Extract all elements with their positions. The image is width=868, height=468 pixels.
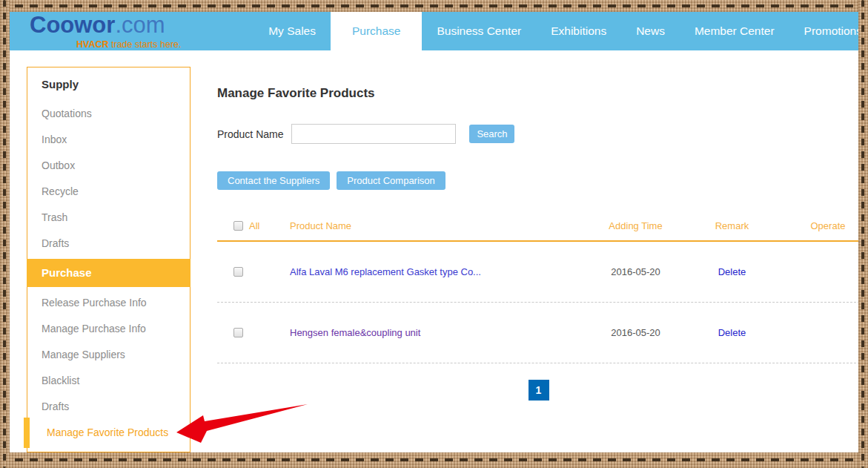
tagline-rest: trade starts here.	[109, 39, 182, 50]
select-all-checkbox[interactable]	[233, 221, 243, 231]
search-button[interactable]: Search	[469, 125, 514, 143]
sidebar-item-recycle[interactable]: Recycle	[27, 179, 190, 205]
nav-tab-news[interactable]: News	[621, 12, 680, 50]
sidebar-item-supply-drafts[interactable]: Drafts	[27, 231, 190, 257]
nav-tab-my-sales[interactable]: My Sales	[254, 12, 331, 50]
sidebar-item-purchase-drafts[interactable]: Drafts	[27, 394, 190, 420]
delete-link[interactable]: Delete	[718, 327, 746, 338]
table-row: Hengsen female&coupling unit 2016-05-20 …	[217, 303, 860, 363]
stitch-decoration	[861, 0, 864, 468]
sidebar-item-outbox[interactable]: Outbox	[27, 153, 190, 179]
page-title: Manage Favorite Products	[217, 86, 860, 101]
stitch-decoration	[0, 4, 868, 7]
frame-border-top	[0, 0, 868, 12]
sidebar-item-trash[interactable]: Trash	[27, 205, 190, 231]
frame-border-left	[0, 0, 10, 468]
header-remark: Remark	[686, 220, 778, 231]
sidebar-item-manage-purchase-info[interactable]: Manage Purchase Info	[27, 316, 190, 342]
search-row: Product Name Search	[217, 124, 860, 144]
adding-time-cell: 2016-05-20	[586, 327, 686, 338]
product-name-input[interactable]	[291, 124, 456, 144]
product-comparison-button[interactable]: Product Comparison	[337, 171, 445, 190]
remark-cell: Delete	[686, 266, 778, 277]
main-nav: My Sales Purchase Business Center Exhibi…	[254, 12, 868, 50]
row-checkbox-cell	[217, 267, 290, 277]
nav-tab-purchase[interactable]: Purchase	[331, 12, 422, 50]
delete-link[interactable]: Delete	[718, 266, 746, 277]
sidebar-purchase-list: Release Purchase Info Manage Purchase In…	[27, 287, 190, 446]
product-name-cell: Alfa Laval M6 replacement Gasket type Co…	[290, 266, 586, 277]
product-name-label: Product Name	[217, 128, 283, 140]
sidebar-section-purchase[interactable]: Purchase	[27, 259, 191, 287]
logo-brand-text: Coowor	[30, 12, 115, 38]
top-header: Coowor.com HVACR trade starts here. My S…	[10, 12, 858, 50]
sidebar-section-supply: Supply	[27, 67, 190, 101]
pagination-page-1[interactable]: 1	[529, 380, 549, 401]
remark-cell: Delete	[686, 327, 778, 338]
sidebar-item-inbox[interactable]: Inbox	[27, 127, 190, 153]
main-content: Manage Favorite Products Product Name Se…	[217, 74, 860, 401]
header-product-name: Product Name	[290, 220, 586, 231]
nav-tab-business-center[interactable]: Business Center	[422, 12, 536, 50]
nav-tab-member-center[interactable]: Member Center	[680, 12, 789, 50]
header-adding-time: Adding Time	[586, 220, 686, 231]
table-header-row: All Product Name Adding Time Remark Oper…	[217, 211, 860, 242]
sidebar-item-blacklist[interactable]: Blacklist	[27, 368, 190, 394]
header-select-all: All	[217, 220, 290, 231]
bulk-actions: Contact the Suppliers Product Comparison	[217, 171, 860, 190]
product-link[interactable]: Hengsen female&coupling unit	[290, 327, 420, 338]
row-checkbox[interactable]	[233, 267, 243, 277]
header-operate: Operate	[778, 220, 860, 231]
frame-border-right	[858, 0, 868, 468]
product-name-cell: Hengsen female&coupling unit	[290, 327, 586, 338]
row-checkbox[interactable]	[233, 328, 243, 337]
product-link[interactable]: Alfa Laval M6 replacement Gasket type Co…	[290, 266, 481, 277]
logo-suffix-text: .com	[115, 12, 165, 38]
nav-tab-exhibitions[interactable]: Exhibitions	[536, 12, 621, 50]
select-all-label: All	[249, 220, 259, 231]
adding-time-cell: 2016-05-20	[586, 266, 686, 277]
nav-tab-promotions[interactable]: Promotions	[789, 12, 868, 50]
stitch-decoration	[0, 458, 868, 461]
sidebar-item-release-purchase-info[interactable]: Release Purchase Info	[27, 290, 190, 316]
favorites-table: All Product Name Adding Time Remark Oper…	[217, 211, 860, 363]
frame-border-bottom	[0, 452, 868, 468]
contact-suppliers-button[interactable]: Contact the Suppliers	[217, 171, 330, 190]
table-row: Alfa Laval M6 replacement Gasket type Co…	[217, 242, 860, 303]
coowor-manage-favorite-products-page: Coowor.com HVACR trade starts here. My S…	[0, 0, 868, 468]
tagline-bold: HVACR	[76, 39, 109, 50]
sidebar-item-manage-favorite-products[interactable]: Manage Favorite Products	[27, 420, 190, 446]
stitch-decoration	[3, 0, 6, 468]
sidebar-item-manage-suppliers[interactable]: Manage Suppliers	[27, 342, 190, 368]
coowor-logo[interactable]: Coowor.com	[30, 13, 165, 42]
sidebar-item-quotations[interactable]: Quotations	[27, 101, 190, 127]
row-checkbox-cell	[217, 328, 290, 337]
sidebar: Supply Quotations Inbox Outbox Recycle T…	[27, 67, 191, 452]
logo-tagline: HVACR trade starts here.	[76, 39, 182, 50]
